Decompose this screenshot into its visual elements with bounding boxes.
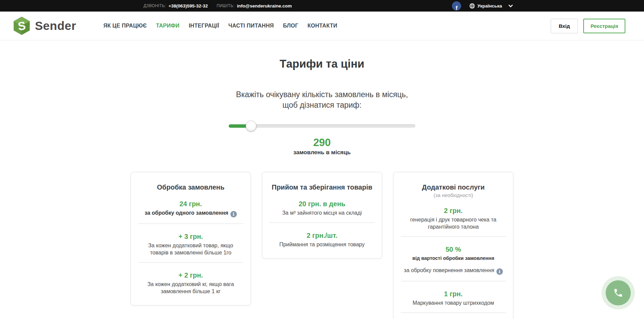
pricing-cards: Обробка замовлень24 грн.за обробку одног… [0,172,644,319]
price-description: За м³ зайнятого місця на складі [268,209,376,216]
price-value: + 3 грн. [137,233,244,241]
topbar-contacts: ДЗВОНІТЬ: +38(063)595-32-32 ПИШІТЬ: info… [144,0,292,12]
topbar: ДЗВОНІТЬ: +38(063)595-32-32 ПИШІТЬ: info… [0,0,644,12]
nav-item[interactable]: БЛОГ [283,23,298,29]
language-selector[interactable]: Українська [477,3,502,8]
main-nav: ЯК ЦЕ ПРАЦЮЄТАРИФИІНТЕГРАЦІЇЧАСТІ ПИТАНН… [103,23,337,29]
brand-logo[interactable]: S Sender [14,17,76,35]
card-title: Обробка замовлень [137,183,244,191]
page-title: Тарифи та ціни [0,57,644,70]
email-link[interactable]: info@senderukraine.com [237,3,292,8]
price-description: Приймання та розміщення товару [268,241,376,248]
card-subtitle: (за необхідності) [400,192,507,198]
price-value: + 2 грн. [137,271,244,279]
price-value: 1 грн. [400,290,507,298]
price-description: за обробку одного замовленняi [137,209,244,217]
card-divider [138,262,243,263]
email-label: ПИШІТЬ: [216,3,234,8]
orders-count-unit: замовлень в місяць [0,149,644,156]
price-description: Маркування товару штрихкодом [400,299,507,306]
nav-item[interactable]: КОНТАКТИ [307,23,337,29]
slider-prompt-line1: Вкажіть очікувану кількість замовлень в … [0,89,644,100]
price-description: генерація і друк товарного чека та гаран… [400,216,507,230]
pricing-card: Прийом та зберігання товарів20 грн. в де… [262,172,382,259]
card-divider [401,236,506,237]
info-icon[interactable]: i [230,211,237,217]
globe-icon [469,3,475,9]
login-button[interactable]: Вхід [551,19,578,33]
price-value: 24 грн. [137,200,244,208]
topbar-right: f Українська [452,0,513,12]
slider-prompt: Вкажіть очікувану кількість замовлень в … [0,89,644,110]
nav-item[interactable]: ТАРИФИ [156,23,179,29]
header: S Sender ЯК ЦЕ ПРАЦЮЄТАРИФИІНТЕГРАЦІЇЧАС… [0,12,644,40]
slider-handle[interactable] [246,121,257,131]
price-note: за обробку повернення замовленняi [400,267,507,275]
phone-icon [613,288,623,298]
pricing-card: Додаткові послуги(за необхідності)2 грн.… [393,172,513,319]
brand-name: Sender [35,19,76,33]
price-value: 2 грн./шт. [268,232,376,240]
slider-prompt-line2: щоб дізнатися тариф: [0,100,644,110]
price-description: За кожен додатковий товар, якщо товарів … [137,242,244,256]
card-title: Додаткові послуги [400,183,507,191]
card-divider [401,281,506,281]
nav-item[interactable]: ЯК ЦЕ ПРАЦЮЄ [103,23,147,29]
price-value: 20 грн. в день [268,200,376,208]
price-value: 50 % [400,246,507,253]
facebook-icon[interactable]: f [452,1,461,11]
orders-count-value: 290 [0,137,644,149]
card-divider [269,223,375,223]
phone-link[interactable]: +38(063)595-32-32 [168,3,208,8]
card-divider [138,224,243,224]
orders-slider[interactable] [229,121,415,131]
sender-logo-icon: S [14,17,30,35]
info-icon[interactable]: i [496,268,503,275]
card-title: Прийом та зберігання товарів [268,183,376,191]
slider-track[interactable] [229,124,415,128]
main-content: Тарифи та ціни Вкажіть очікувану кількіс… [0,57,644,319]
card-divider [401,313,506,313]
register-button[interactable]: Реєстрація [583,19,625,33]
nav-item[interactable]: ІНТЕГРАЦІЇ [189,23,219,29]
header-buttons: Вхід Реєстрація [551,19,625,33]
chevron-down-icon[interactable] [508,4,513,7]
nav-item[interactable]: ЧАСТІ ПИТАННЯ [228,23,274,29]
phone-label: ДЗВОНІТЬ: [144,3,166,8]
price-description: від вартості обробки замовлення [400,255,507,262]
price-description: За кожен додатковий кг, якщо вага замовл… [137,281,244,295]
price-value: 2 грн. [400,207,507,215]
call-fab-button[interactable] [606,280,631,305]
pricing-card: Обробка замовлень24 грн.за обробку одног… [131,172,251,305]
